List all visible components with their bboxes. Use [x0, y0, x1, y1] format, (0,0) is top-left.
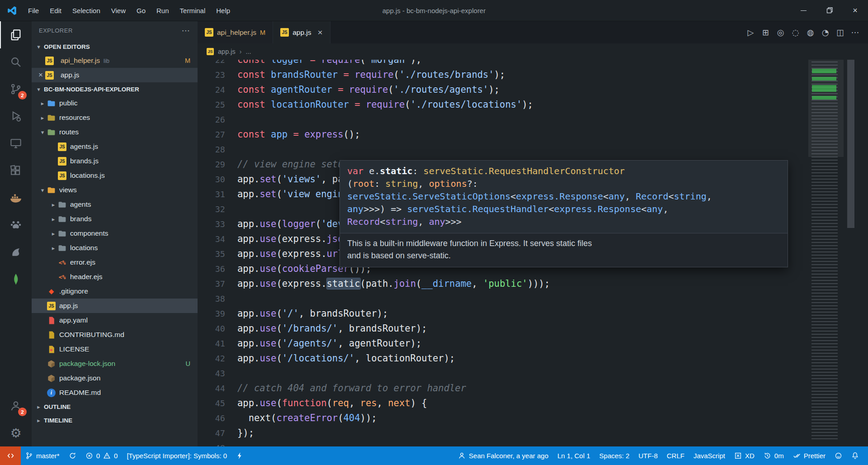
code-line-45[interactable]: 45app.use(function(req, res, next) { — [198, 396, 868, 411]
tab-api-helper-js[interactable]: JS api_helper.js M — [198, 21, 273, 43]
code-line-25[interactable]: 25const locationRouter = require('./rout… — [198, 97, 868, 112]
tree-item-readme-md[interactable]: iREADME.md — [32, 385, 198, 400]
ts-importer-status[interactable]: [TypeScript Importer]: Symbols: 0 — [122, 446, 231, 465]
timer-status[interactable]: 0m — [759, 446, 788, 465]
code-line-24[interactable]: 24const agentRouter = require('./routes/… — [198, 82, 868, 97]
code-line-40[interactable]: 40app.use('/brands/', brandsRouter); — [198, 321, 868, 336]
tree-item-brands-js[interactable]: JSbrands.js — [32, 154, 198, 168]
code-line-23[interactable]: 23const brandsRouter = require('./routes… — [198, 67, 868, 82]
scrollbar-thumb[interactable] — [847, 60, 854, 228]
tree-item-agents-js[interactable]: JSagents.js — [32, 139, 198, 154]
menu-help[interactable]: Help — [211, 0, 236, 21]
tree-item-header-ejs[interactable]: <%header.ejs — [32, 270, 198, 284]
problems-status[interactable]: 0 0 — [81, 446, 123, 465]
code-line-44[interactable]: 44// catch 404 and forward to error hand… — [198, 381, 868, 396]
code-line-38[interactable]: 38 — [198, 291, 868, 306]
gitlens-blame-status[interactable]: Sean Falconer, a year ago — [453, 446, 553, 465]
sync-button[interactable] — [64, 446, 81, 465]
swoosh-extension-icon[interactable] — [0, 238, 32, 266]
code-line-26[interactable]: 26 — [198, 112, 868, 127]
search-icon[interactable] — [0, 48, 32, 76]
code-line-37[interactable]: 37app.use(express.static(path.join(__dir… — [198, 276, 868, 291]
remote-explorer-icon[interactable] — [0, 130, 32, 157]
code-line-39[interactable]: 39app.use('/', brandsRouter); — [198, 306, 868, 321]
minimap-slider[interactable] — [808, 60, 844, 157]
tree-item-locations[interactable]: ▸locations — [32, 241, 198, 255]
source-control-icon[interactable]: 2 — [0, 76, 32, 103]
breadcrumb[interactable]: JS app.js › ... — [198, 43, 868, 60]
tree-item-locations-js[interactable]: JSlocations.js — [32, 168, 198, 183]
code-line-22[interactable]: 22const logger = require('morgan'); — [198, 60, 868, 67]
feedback-smiley-icon[interactable] — [830, 446, 847, 465]
run-button[interactable]: ▷ — [743, 25, 758, 40]
explorer-icon[interactable] — [0, 21, 32, 48]
open-preview-icon[interactable]: ◔ — [818, 25, 833, 40]
close-icon[interactable]: × — [842, 0, 868, 21]
tree-item-package-json[interactable]: package.json — [32, 371, 198, 385]
tree-item-app-yaml[interactable]: app.yaml — [32, 313, 198, 327]
docker-icon[interactable] — [0, 184, 32, 211]
minimap[interactable] — [808, 60, 844, 443]
outline-section-header[interactable]: ▸ OUTLINE — [32, 400, 198, 413]
menu-edit[interactable]: Edit — [44, 0, 67, 21]
close-icon[interactable]: × — [36, 71, 45, 80]
menu-go[interactable]: Go — [131, 0, 151, 21]
settings-gear-icon[interactable]: ⚙ — [0, 419, 32, 446]
more-actions-icon[interactable]: ⋯ — [848, 25, 863, 40]
timeline-section-header[interactable]: ▸ TIMELINE — [32, 413, 198, 427]
remote-indicator[interactable] — [0, 446, 21, 465]
tree-item-components[interactable]: ▸components — [32, 226, 198, 241]
indentation-status[interactable]: Spaces: 2 — [595, 446, 634, 465]
tree-item--gitignore[interactable]: ◆.gitignore — [32, 284, 198, 299]
open-editor-api-helper-js[interactable]: JS api_helper.js lib M — [32, 53, 198, 68]
menu-terminal[interactable]: Terminal — [175, 0, 211, 21]
tree-item-resources[interactable]: ▸resources — [32, 110, 198, 125]
run-debug-icon[interactable] — [0, 103, 32, 130]
menu-selection[interactable]: Selection — [67, 0, 106, 21]
tree-item-error-ejs[interactable]: <%error.ejs — [32, 255, 198, 270]
notifications-bell-icon[interactable] — [847, 446, 863, 465]
open-editor-app-js[interactable]: × JS app.js — [32, 68, 198, 82]
circle-dot-icon[interactable]: ◍ — [803, 25, 818, 40]
code-line-42[interactable]: 42app.use('/locations/', locationRouter)… — [198, 351, 868, 366]
code-line-47[interactable]: 47}); — [198, 426, 868, 441]
menu-view[interactable]: View — [106, 0, 131, 21]
gitlens-compare-icon[interactable]: ◎ — [773, 25, 788, 40]
minimize-icon[interactable] — [791, 0, 816, 21]
git-branch-status[interactable]: master* — [21, 446, 64, 465]
close-icon[interactable]: × — [318, 28, 323, 38]
code-line-48[interactable]: 48 — [198, 441, 868, 446]
breadcrumb-more[interactable]: ... — [245, 48, 251, 55]
tree-item-agents[interactable]: ▸agents — [32, 197, 198, 212]
xd-extension-status[interactable]: XD — [730, 446, 759, 465]
tree-item-package-lock-json[interactable]: package-lock.jsonU — [32, 356, 198, 371]
prettier-status[interactable]: Prettier — [788, 446, 830, 465]
tree-item-license[interactable]: LICENSE — [32, 342, 198, 356]
paw-extension-icon[interactable] — [0, 211, 32, 238]
tree-item-views[interactable]: ▾views — [32, 183, 198, 197]
breadcrumb-file[interactable]: app.js — [218, 48, 236, 55]
restore-icon[interactable] — [816, 0, 842, 21]
encoding-status[interactable]: UTF-8 — [634, 446, 662, 465]
tree-item-brands[interactable]: ▸brands — [32, 212, 198, 226]
code-line-46[interactable]: 46 next(createError(404)); — [198, 411, 868, 426]
language-mode-status[interactable]: JavaScript — [689, 446, 730, 465]
menu-file[interactable]: File — [23, 0, 44, 21]
code-line-28[interactable]: 28 — [198, 142, 868, 157]
run-below-icon[interactable]: ⊞ — [758, 25, 773, 40]
project-section-header[interactable]: ▾ BC-BM-NODEJS-API-EXPLORER — [32, 82, 198, 96]
code-editor[interactable]: 22const logger = require('morgan');23con… — [198, 60, 868, 446]
mongodb-icon[interactable] — [0, 266, 32, 293]
zap-icon[interactable] — [231, 446, 248, 465]
tree-item-routes[interactable]: ▾routes — [32, 125, 198, 139]
cursor-position-status[interactable]: Ln 1, Col 1 — [553, 446, 595, 465]
tab-app-js[interactable]: JS app.js × — [273, 21, 330, 43]
open-editors-section-header[interactable]: ▾ OPEN EDITORS — [32, 40, 198, 53]
accounts-icon[interactable]: 2 — [0, 392, 32, 419]
menu-run[interactable]: Run — [151, 0, 175, 21]
split-editor-icon[interactable]: ◫ — [833, 25, 848, 40]
code-line-27[interactable]: 27const app = express(); — [198, 127, 868, 142]
code-line-41[interactable]: 41app.use('/agents/', agentRouter); — [198, 336, 868, 351]
extensions-icon[interactable] — [0, 157, 32, 184]
tree-item-app-js[interactable]: JSapp.js — [32, 299, 198, 313]
